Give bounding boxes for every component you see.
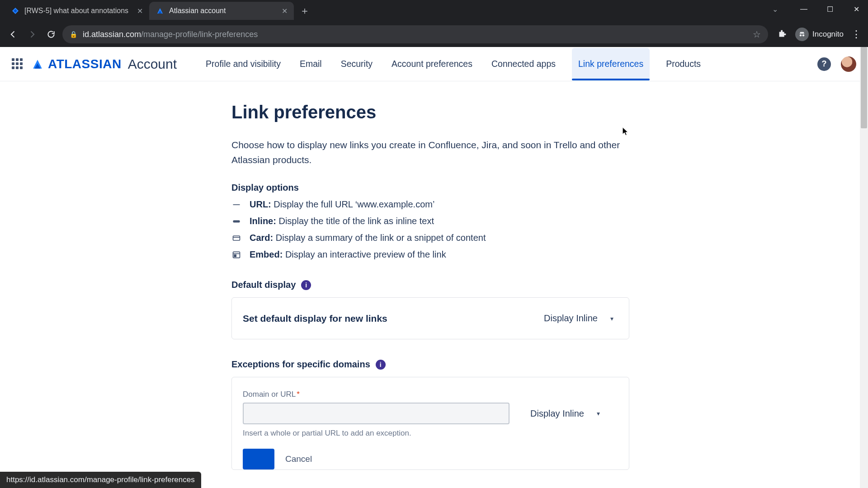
url-path: /manage-profile/link-preferences (141, 30, 258, 39)
svg-point-0 (800, 34, 802, 37)
scrollbar-thumb[interactable] (861, 47, 867, 128)
chevron-down-icon: ▾ (610, 315, 613, 322)
nav-link-preferences[interactable]: Link preferences (572, 48, 650, 80)
lock-icon: 🔒 (70, 31, 77, 38)
app-header: ATLASSIAN Account Profile and visibility… (0, 47, 868, 81)
tab-search-icon[interactable]: ⌄ (766, 5, 784, 14)
browser-tab[interactable]: [RWS-5] what about annotations ✕ (5, 2, 149, 20)
exceptions-heading: Exceptions for specific domains i (231, 359, 629, 370)
default-display-label: Set default display for new links (243, 313, 387, 324)
jira-favicon (11, 6, 20, 15)
display-option-card: Card: Display a summary of the link or a… (231, 233, 629, 243)
forward-button[interactable] (24, 27, 40, 42)
domain-display-value: Display Inline (530, 408, 584, 419)
exceptions-card: Domain or URL* Display Inline ▾ Insert a… (231, 377, 629, 470)
default-display-value: Display Inline (544, 313, 598, 324)
chevron-down-icon: ▾ (597, 410, 600, 417)
default-display-card: Set default display for new links Displa… (231, 297, 629, 339)
window-close-icon[interactable]: ✕ (847, 5, 865, 14)
nav-security[interactable]: Security (338, 48, 375, 80)
embed-icon (231, 250, 241, 260)
page-lead: Choose how to display new links you crea… (231, 138, 620, 167)
tab-strip: [RWS-5] what about annotations ✕ Atlassi… (0, 0, 868, 22)
brand-word: ATLASSIAN (48, 57, 122, 71)
cancel-button[interactable]: Cancel (283, 449, 314, 469)
incognito-label: Incognito (812, 30, 844, 39)
omnibox[interactable]: 🔒 id.atlassian.com/manage-profile/link-p… (62, 25, 768, 43)
window-maximize-icon[interactable]: ☐ (821, 5, 839, 14)
extensions-icon[interactable] (776, 28, 789, 41)
nav-profile-visibility[interactable]: Profile and visibility (203, 48, 283, 80)
atlassian-favicon (156, 6, 165, 15)
primary-nav: Profile and visibility Email Security Ac… (203, 48, 703, 80)
page-title: Link preferences (231, 102, 629, 122)
status-bar: https://id.atlassian.com/manage-profile/… (0, 472, 201, 488)
window-minimize-icon[interactable]: ― (795, 5, 813, 13)
domain-display-select[interactable]: Display Inline ▾ (526, 406, 604, 422)
back-button[interactable] (5, 27, 21, 42)
help-icon[interactable]: ? (817, 57, 831, 71)
address-bar: 🔒 id.atlassian.com/manage-profile/link-p… (0, 22, 868, 47)
svg-rect-3 (233, 220, 240, 222)
display-options-heading: Display options (231, 183, 629, 193)
atlassian-logo-icon (32, 58, 43, 70)
tab-close-icon[interactable]: ✕ (137, 7, 143, 15)
display-option-embed: Embed: Display an interactive preview of… (231, 249, 629, 260)
browser-menu-icon[interactable]: ⋮ (850, 28, 863, 40)
nav-products[interactable]: Products (663, 48, 703, 80)
display-option-url: URL: Display the full URL ‘www.example.c… (231, 199, 629, 210)
save-button[interactable] (243, 449, 274, 469)
nav-connected-apps[interactable]: Connected apps (489, 48, 558, 80)
incognito-badge[interactable]: Incognito (795, 28, 844, 41)
brand-sub: Account (128, 56, 177, 72)
main-content: Link preferences Choose how to display n… (231, 81, 629, 470)
svg-rect-4 (233, 236, 240, 240)
window-controls: ⌄ ― ☐ ✕ (766, 0, 865, 18)
card-icon (231, 233, 241, 243)
url-icon (231, 200, 241, 210)
domain-url-input[interactable] (243, 403, 509, 424)
nav-account-preferences[interactable]: Account preferences (389, 48, 475, 80)
default-display-select[interactable]: Display Inline ▾ (539, 310, 618, 326)
bookmark-star-icon[interactable]: ☆ (753, 29, 761, 40)
domain-field-label: Domain or URL* (243, 390, 618, 399)
nav-email[interactable]: Email (297, 48, 325, 80)
tab-title: [RWS-5] what about annotations (24, 7, 132, 15)
tab-close-icon[interactable]: ✕ (282, 7, 288, 15)
url-host: id.atlassian.com (83, 30, 141, 39)
inline-icon (231, 216, 241, 226)
reload-button[interactable] (43, 27, 59, 42)
tab-title: Atlassian account (169, 7, 277, 15)
info-icon[interactable]: i (301, 280, 311, 290)
display-options-list: URL: Display the full URL ‘www.example.c… (231, 199, 629, 260)
domain-helper-text: Insert a whole or partial URL to add an … (243, 429, 618, 438)
incognito-icon (795, 28, 809, 41)
browser-tab[interactable]: Atlassian account ✕ (149, 2, 294, 20)
brand[interactable]: ATLASSIAN Account (32, 56, 177, 72)
info-icon[interactable]: i (376, 360, 386, 370)
avatar[interactable] (841, 56, 856, 72)
svg-point-1 (802, 34, 805, 37)
default-display-heading: Default display i (231, 280, 629, 290)
scrollbar[interactable] (860, 47, 868, 488)
app-switcher-icon[interactable] (12, 58, 24, 70)
svg-rect-8 (234, 255, 236, 257)
new-tab-button[interactable]: ＋ (298, 4, 311, 18)
display-option-inline: Inline: Display the title of the link as… (231, 216, 629, 226)
